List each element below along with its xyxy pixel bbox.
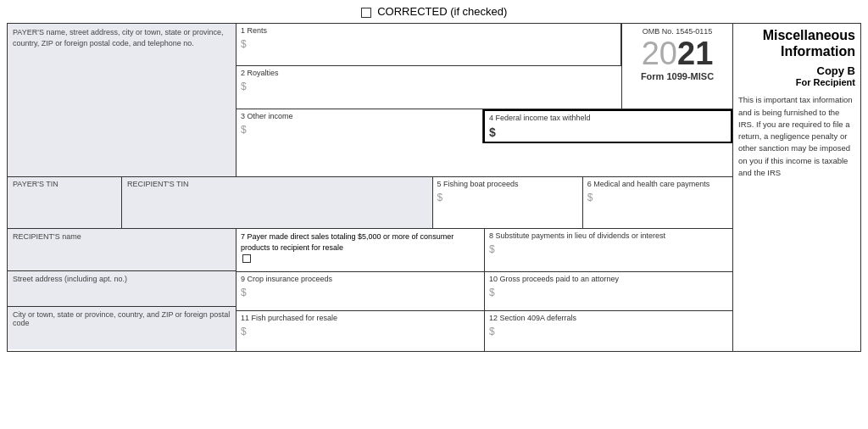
top-section: PAYER'S name, street address, city or to… <box>8 24 732 177</box>
corrected-checkbox[interactable] <box>361 8 371 18</box>
year-display: 2021 <box>627 37 727 70</box>
misc-main: Miscellaneous <box>763 28 855 42</box>
box-11-12-row: 11 Fish purchased for resale $ 12 Sectio… <box>236 311 732 351</box>
box-10-dollar: $ <box>489 287 728 298</box>
form-container: PAYER'S name, street address, city or to… <box>7 23 861 352</box>
recipient-city-label: City or town, state or province, country… <box>13 310 231 327</box>
recipient-name-label: RECIPIENT'S name <box>13 232 231 241</box>
year-light: 20 <box>642 36 677 71</box>
box-4-federal: 4 Federal income tax withheld $ <box>483 109 732 143</box>
box-4-dollar: $ <box>489 125 726 139</box>
box-2-royalties: 2 Royalties $ <box>236 66 621 109</box>
box-12-label: 12 Section 409A deferrals <box>489 314 728 322</box>
box-9-label: 9 Crop insurance proceeds <box>241 275 480 283</box>
payer-info-box: PAYER'S name, street address, city or to… <box>8 24 236 176</box>
box-5-label: 5 Fishing boat proceeds <box>437 180 578 188</box>
box-6-label: 6 Medical and health care payments <box>587 180 728 188</box>
box-1-rents: 1 Rents $ <box>236 24 621 66</box>
box-9-10-row: 9 Crop insurance proceeds $ 10 Gross pro… <box>236 272 732 311</box>
sidebar-text: This is important tax information and is… <box>738 94 855 179</box>
top-right-area: 1 Rents $ 2 Royalties $ <box>236 24 732 109</box>
box-2-dollar: $ <box>241 81 617 92</box>
recipient-street-row: Street address (including apt. no.) <box>8 271 236 307</box>
box-5-6-row: 5 Fishing boat proceeds $ 6 Medical and … <box>433 177 733 228</box>
recipient-tin-label: RECIPIENT'S TIN <box>127 180 427 188</box>
corrected-label: CORRECTED (if checked) <box>377 5 507 18</box>
copy-b-area: Copy B For Recipient <box>738 64 855 87</box>
box-11-fish: 11 Fish purchased for resale $ <box>236 311 485 351</box>
box-1-dollar: $ <box>241 38 616 50</box>
bottom-right-cols: 7 Payer made direct sales totaling $5,00… <box>236 229 732 351</box>
payer-info-label: PAYER'S name, street address, city or to… <box>13 27 231 48</box>
boxes-5-6: 5 Fishing boat proceeds $ 6 Medical and … <box>433 177 733 228</box>
misc-sub: Information <box>781 44 855 58</box>
box-12-dollar: $ <box>489 326 728 337</box>
recipient-section: RECIPIENT'S name Street address (includi… <box>8 229 236 351</box>
box-9-crop: 9 Crop insurance proceeds $ <box>236 272 485 310</box>
box-3-label: 3 Other income <box>241 112 478 120</box>
box-7-label: 7 Payer made direct sales totaling $5,00… <box>241 231 480 253</box>
recipient-name-row: RECIPIENT'S name <box>8 229 236 271</box>
misc-info-title: Miscellaneous Information <box>738 27 855 59</box>
box-3-4-row: 3 Other income $ 4 Federal income tax wi… <box>236 109 732 143</box>
form-left: PAYER'S name, street address, city or to… <box>8 24 733 351</box>
recipient-tin-box: RECIPIENT'S TIN <box>122 177 433 228</box>
box-5-dollar: $ <box>437 192 578 203</box>
payer-tin-label: PAYER'S TIN <box>13 180 116 188</box>
box-4-label: 4 Federal income tax withheld <box>489 114 726 122</box>
omb-year-box: OMB No. 1545-0115 2021 Form 1099-MISC <box>622 24 732 85</box>
year-bold: 21 <box>677 36 713 71</box>
box-10-attorney: 10 Gross proceeds paid to an attorney $ <box>485 272 732 310</box>
box-7-checkbox[interactable] <box>242 254 251 263</box>
box-3-dollar: $ <box>241 124 478 136</box>
box-7-8-row: 7 Payer made direct sales totaling $5,00… <box>236 229 732 272</box>
box-5-fishing: 5 Fishing boat proceeds $ <box>433 177 583 228</box>
box-7-direct-sales: 7 Payer made direct sales totaling $5,00… <box>236 229 485 271</box>
box-12-deferrals: 12 Section 409A deferrals $ <box>485 311 732 351</box>
box-8-dollar: $ <box>489 243 728 255</box>
recipient-city-row: City or town, state or province, country… <box>8 307 236 349</box>
box-11-dollar: $ <box>241 326 480 337</box>
box-2-label: 2 Royalties <box>241 69 617 77</box>
box-11-label: 11 Fish purchased for resale <box>241 314 480 322</box>
omb-number: OMB No. 1545-0115 <box>627 27 727 36</box>
form-title-area: Miscellaneous Information <box>738 27 855 59</box>
box-8-label: 8 Substitute payments in lieu of dividen… <box>489 231 728 240</box>
omb-year-col: OMB No. 1545-0115 2021 Form 1099-MISC <box>622 24 732 109</box>
rents-royalties-col: 1 Rents $ 2 Royalties $ <box>236 24 622 109</box>
payer-tin-box: PAYER'S TIN <box>8 177 122 228</box>
box-8-substitute: 8 Substitute payments in lieu of dividen… <box>485 229 732 271</box>
box-1-label: 1 Rents <box>241 26 616 35</box>
form-right-sidebar: Miscellaneous Information Copy B For Rec… <box>733 24 860 351</box>
box-10-label: 10 Gross proceeds paid to an attorney <box>489 275 728 283</box>
box-9-dollar: $ <box>241 287 480 298</box>
box-6-dollar: $ <box>587 192 728 203</box>
box-6-medical: 6 Medical and health care payments $ <box>583 177 732 228</box>
recipient-street-label: Street address (including apt. no.) <box>13 275 231 283</box>
box-3-other-income: 3 Other income $ <box>236 109 483 143</box>
form-name: Form 1099-MISC <box>627 71 727 81</box>
corrected-header: CORRECTED (if checked) <box>7 5 861 18</box>
tin-section: PAYER'S TIN RECIPIENT'S TIN 5 Fishing bo… <box>8 177 732 229</box>
copy-b-label: Copy B <box>738 64 855 77</box>
for-recipient-label: For Recipient <box>738 77 855 87</box>
bottom-section: RECIPIENT'S name Street address (includi… <box>8 229 732 351</box>
boxes-1-2-4: 1 Rents $ 2 Royalties $ <box>236 24 732 176</box>
